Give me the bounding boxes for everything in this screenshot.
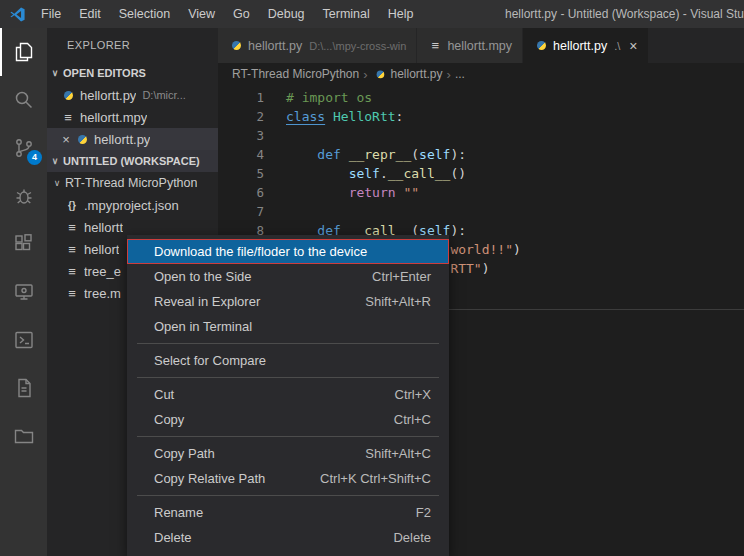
menu-item-select-for-compare[interactable]: Select for Compare — [127, 348, 449, 373]
scm-badge: 4 — [27, 150, 42, 165]
code-text[interactable]: def __repr__(self): — [264, 145, 466, 164]
menu-item-copy-path[interactable]: Copy PathShift+Alt+C — [127, 441, 449, 466]
breadcrumb-item[interactable]: ... — [455, 67, 465, 81]
menu-item-shortcut: Ctrl+Enter — [372, 269, 431, 284]
code-token — [286, 185, 349, 200]
line-number: 5 — [218, 164, 264, 183]
menu-view[interactable]: View — [179, 0, 224, 28]
menu-item-label: Open in Terminal — [154, 319, 407, 334]
menu-go[interactable]: Go — [224, 0, 259, 28]
code-token: __repr__ — [349, 147, 412, 162]
code-text[interactable]: return "" — [264, 183, 419, 202]
menu-item-reveal-in-explorer[interactable]: Reveal in ExplorerShift+Alt+R — [127, 289, 449, 314]
menu-help[interactable]: Help — [379, 0, 423, 28]
code-line: 7 — [218, 202, 744, 221]
open-editors-list: hellortt.pyD:\micr...≡hellortt.mpy×hello… — [47, 84, 218, 150]
menu-item-shortcut: F2 — [416, 505, 431, 520]
workspace-label: UNTITLED (WORKSPACE) — [63, 155, 200, 167]
chevron-right-icon: › — [363, 67, 367, 82]
code-text[interactable]: class HelloRtt: — [264, 107, 403, 126]
code-token: __call__ — [388, 166, 451, 181]
menu-item-download-the-file-floder-to-the-device[interactable]: Download the file/floder to the device — [127, 239, 449, 264]
tab-hellortt-py[interactable]: hellortt.pyD:\...\mpy-cross-win — [218, 28, 417, 63]
activity-folder-button[interactable] — [0, 412, 47, 460]
code-line: 4 def __repr__(self): — [218, 145, 744, 164]
code-token — [286, 166, 349, 181]
workspace-header[interactable]: ∨ UNTITLED (WORKSPACE) — [47, 150, 218, 172]
menu-separator — [137, 377, 439, 378]
menu-item-label: Rename — [154, 505, 392, 520]
breadcrumb-item[interactable]: hellortt.py — [391, 67, 443, 81]
python-icon — [373, 67, 387, 81]
menu-item-rename[interactable]: RenameF2 — [127, 500, 449, 525]
breadcrumb-item[interactable]: RT-Thread MicroPython — [232, 67, 359, 81]
menu-terminal[interactable]: Terminal — [314, 0, 379, 28]
menu-item-label: Select for Compare — [154, 353, 407, 368]
activity-debug-button[interactable] — [0, 172, 47, 220]
tab-detail: D:\...\mpy-cross-win — [309, 40, 406, 52]
activity-device-button[interactable] — [0, 268, 47, 316]
python-icon — [74, 131, 90, 147]
menu-file[interactable]: File — [32, 0, 70, 28]
code-token: class — [286, 109, 325, 124]
code-token: def — [317, 147, 340, 162]
menu-item-copy[interactable]: CopyCtrl+C — [127, 407, 449, 432]
close-icon[interactable]: × — [60, 132, 72, 147]
vscode-window: FileEditSelectionViewGoDebugTerminalHelp… — [0, 0, 744, 556]
menu-debug[interactable]: Debug — [259, 0, 314, 28]
sidebar-title: EXPLORER — [47, 28, 218, 62]
menu-item-cut[interactable]: CutCtrl+X — [127, 382, 449, 407]
tree-item[interactable]: {}.mpyproject.json — [47, 194, 218, 216]
code-text[interactable] — [264, 126, 286, 145]
menu-item-label: Delete — [154, 530, 369, 545]
code-token: ): — [450, 147, 466, 162]
menu-item-label: Reveal in Explorer — [154, 294, 341, 309]
menu-edit[interactable]: Edit — [70, 0, 110, 28]
vscode-logo-icon — [9, 6, 26, 23]
code-text[interactable] — [264, 202, 286, 221]
line-number: 4 — [218, 145, 264, 164]
chevron-down-icon: ∨ — [47, 156, 63, 166]
activity-source-control-button[interactable]: 4 — [0, 124, 47, 172]
open-editors-header[interactable]: ∨ OPEN EDITORS — [47, 62, 218, 84]
menu-separator — [137, 495, 439, 496]
open-editor-item[interactable]: hellortt.pyD:\micr... — [47, 84, 218, 106]
code-token — [286, 147, 317, 162]
code-token: HelloRtt — [333, 109, 396, 124]
tab-hellortt-mpy[interactable]: ≡hellortt.mpy — [417, 28, 523, 63]
activity-output-button[interactable] — [0, 364, 47, 412]
tab-hellortt-py[interactable]: hellortt.py.\× — [523, 28, 649, 63]
activity-search-button[interactable] — [0, 76, 47, 124]
code-text[interactable]: # import os — [264, 88, 372, 107]
python-icon — [533, 38, 549, 54]
menu-item-open-in-terminal[interactable]: Open in Terminal — [127, 314, 449, 339]
tab-label: hellortt.py — [553, 39, 607, 53]
activity-explorer-button[interactable] — [0, 28, 47, 76]
activity-terminal-button[interactable] — [0, 316, 47, 364]
menu-item-shortcut: Delete — [393, 530, 431, 545]
code-token: # import os — [286, 90, 372, 105]
open-editor-item[interactable]: ×hellortt.py — [47, 128, 218, 150]
search-icon — [12, 88, 36, 112]
menu-item-open-to-the-side[interactable]: Open to the SideCtrl+Enter — [127, 264, 449, 289]
menu-item-delete[interactable]: DeleteDelete — [127, 525, 449, 550]
close-icon[interactable]: × — [629, 38, 637, 54]
code-text[interactable]: self.__call__() — [264, 164, 466, 183]
tree-item-label: tree.m — [84, 286, 121, 301]
open-editor-item[interactable]: ≡hellortt.mpy — [47, 106, 218, 128]
tree-item-label: RT-Thread MicroPython — [65, 176, 197, 190]
mpy-icon: ≡ — [64, 263, 80, 279]
menu-item-label: Copy Path — [154, 446, 341, 461]
files-icon — [12, 40, 36, 64]
file-detail: D:\micr... — [142, 89, 185, 101]
code-line: 1# import os — [218, 88, 744, 107]
context-menu: Download the file/floder to the deviceOp… — [127, 235, 449, 556]
tree-folder[interactable]: ∨RT-Thread MicroPython — [47, 172, 218, 194]
menu-selection[interactable]: Selection — [110, 0, 179, 28]
activity-extensions-button[interactable] — [0, 220, 47, 268]
menu-item-shortcut: Shift+Alt+C — [365, 446, 431, 461]
window-title: hellortt.py - Untitled (Workspace) - Vis… — [493, 7, 744, 21]
menu-item-copy-relative-path[interactable]: Copy Relative PathCtrl+K Ctrl+Shift+C — [127, 466, 449, 491]
tree-item-label: hellortt — [84, 220, 123, 235]
chevron-down-icon: ∨ — [47, 68, 63, 78]
